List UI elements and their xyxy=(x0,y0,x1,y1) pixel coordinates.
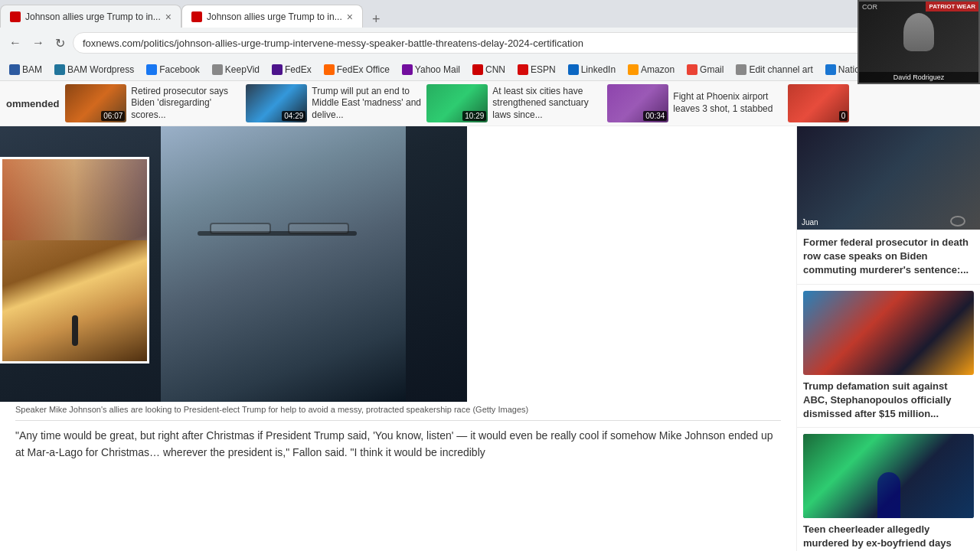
rec-item-2[interactable]: 04:29 Trump will put an end to Middle Ea… xyxy=(246,84,422,122)
right-sidebar: Juan Former federal prosecutor in death … xyxy=(796,126,980,551)
address-bar-row: ← → ↻ 🔒 xyxy=(0,28,980,58)
rec-duration-3: 10:29 xyxy=(462,111,486,121)
bm-keepvid-label: KeepVid xyxy=(225,64,260,75)
johnson-figure xyxy=(161,126,406,402)
sidebar-story-3[interactable]: Teen cheerleader allegedly murdered by e… xyxy=(797,428,980,551)
bm-facebook-label: Facebook xyxy=(159,64,200,75)
bookmark-gmail[interactable]: Gmail xyxy=(684,63,727,77)
rec-duration-1: 06:07 xyxy=(101,111,125,121)
sidebar-headline-1: Former federal prosecutor in death row c… xyxy=(803,236,974,278)
rec-duration-4: 00:34 xyxy=(643,111,667,121)
rec-item-5[interactable]: 0 xyxy=(788,84,956,122)
bm-wordpress-icon xyxy=(54,64,65,75)
article-wrapper: Speaker Mike Johnson's allies are lookin… xyxy=(0,126,980,551)
bookmark-linkedin[interactable]: LinkedIn xyxy=(565,63,619,77)
sidebar-thumb-3 xyxy=(803,434,974,518)
bm-edit-icon xyxy=(736,64,746,75)
sidebar-video-top[interactable]: Juan xyxy=(797,126,980,230)
tab-2-title: Johnson allies urge Trump to in... xyxy=(207,11,342,22)
back-button[interactable]: ← xyxy=(6,33,24,53)
rec-duration-2: 04:29 xyxy=(282,111,305,121)
rec-thumb-3: 10:29 xyxy=(426,84,488,122)
bm-amazon-label: Amazon xyxy=(641,64,675,75)
trump-inset xyxy=(0,157,149,364)
bm-espn-icon xyxy=(518,64,528,75)
sidebar-video-overlay: Juan xyxy=(797,126,980,230)
bm-gmail-icon xyxy=(687,64,697,75)
forward-button[interactable]: → xyxy=(29,33,47,53)
rec-item-4[interactable]: 00:34 Fight at Phoenix airport leaves 3 … xyxy=(607,84,783,122)
main-image-bg xyxy=(0,126,467,402)
rec-text-4: Fight at Phoenix airport leaves 3 shot, … xyxy=(673,91,783,115)
bm-linkedin-label: LinkedIn xyxy=(581,64,616,75)
bm-edit-label: Edit channel art xyxy=(749,64,812,75)
bookmark-fedex[interactable]: FedEx xyxy=(269,63,315,77)
tab-1-title: Johnson allies urge Trump to in... xyxy=(25,11,161,22)
bookmark-bam[interactable]: BAM xyxy=(6,63,45,77)
bookmark-yahoo[interactable]: Yahoo Mail xyxy=(399,63,463,77)
rec-item-1[interactable]: 06:07 Retired prosecutor says Biden 'dis… xyxy=(65,84,241,122)
rec-thumb-2: 04:29 xyxy=(246,84,307,122)
bookmark-cnn[interactable]: CNN xyxy=(469,63,508,77)
pip-person-name: David Rodriguez xyxy=(859,72,978,83)
tab-1-favicon xyxy=(10,11,21,22)
bookmark-facebook[interactable]: Facebook xyxy=(143,63,203,77)
bm-national-icon xyxy=(825,64,836,75)
bm-yahoo-label: Yahoo Mail xyxy=(415,64,460,75)
sidebar-headline-3: Teen cheerleader allegedly murdered by e… xyxy=(803,523,974,551)
bm-facebook-icon xyxy=(146,64,157,75)
tab-2-close[interactable]: × xyxy=(347,11,353,23)
recommended-label: ommended xyxy=(6,98,59,109)
bm-fedex-office-label: FedEx Office xyxy=(337,64,390,75)
article-caption: Speaker Mike Johnson's allies are lookin… xyxy=(15,405,781,414)
bm-bam-label: BAM xyxy=(22,64,42,75)
bookmark-wordpress[interactable]: BAM Wordpress xyxy=(51,63,137,77)
main-image-container xyxy=(0,126,467,402)
sidebar-story-2[interactable]: Trump defamation suit against ABC, Steph… xyxy=(797,285,980,429)
bookmark-keepvid[interactable]: KeepVid xyxy=(209,63,263,77)
bookmarks-bar: BAM BAM Wordpress Facebook KeepVid FedEx… xyxy=(0,58,980,81)
bm-espn-label: ESPN xyxy=(531,64,556,75)
sidebar-juan-label: Juan xyxy=(802,218,818,227)
main-area: ommended 06:07 Retired prosecutor says B… xyxy=(0,81,980,551)
recommended-items: 06:07 Retired prosecutor says Biden 'dis… xyxy=(65,84,956,122)
bm-fedex-icon xyxy=(272,64,283,75)
page-content: ommended 06:07 Retired prosecutor says B… xyxy=(0,81,980,551)
bm-amazon-icon xyxy=(628,64,639,75)
sidebar-story-1[interactable]: Former federal prosecutor in death row c… xyxy=(797,230,980,285)
rec-text-2: Trump will put an end to Middle East 'ma… xyxy=(312,86,422,122)
article-main: Speaker Mike Johnson's allies are lookin… xyxy=(0,126,796,551)
article-text-area: Speaker Mike Johnson's allies are lookin… xyxy=(0,405,796,461)
rec-thumb-1: 06:07 xyxy=(65,84,126,122)
rec-thumb-4: 00:34 xyxy=(607,84,668,122)
bm-gmail-label: Gmail xyxy=(700,64,724,75)
tab-1[interactable]: Johnson allies urge Trump to in... × xyxy=(0,5,181,28)
bookmark-amazon[interactable]: Amazon xyxy=(625,63,678,77)
tab-1-close[interactable]: × xyxy=(165,11,172,23)
bookmark-edit-channel[interactable]: Edit channel art xyxy=(733,63,815,77)
pip-video[interactable]: PATRIOT WEAR COR David Rodriguez xyxy=(858,0,980,84)
tab-bar: Johnson allies urge Trump to in... × Joh… xyxy=(0,0,980,28)
browser-chrome: Johnson allies urge Trump to in... × Joh… xyxy=(0,0,980,81)
bm-yahoo-icon xyxy=(402,64,413,75)
reload-button[interactable]: ↻ xyxy=(52,33,68,54)
tab-2[interactable]: Johnson allies urge Trump to in... × xyxy=(181,5,363,28)
rec-thumb-5: 0 xyxy=(788,84,849,122)
bm-cnn-label: CNN xyxy=(485,64,505,75)
rec-text-3: At least six cities have strengthened sa… xyxy=(492,86,603,122)
bm-linkedin-icon xyxy=(568,64,579,75)
pip-cor-label: COR xyxy=(859,2,880,12)
new-tab-button[interactable]: + xyxy=(366,11,387,28)
bm-wordpress-label: BAM Wordpress xyxy=(67,64,134,75)
rec-item-3[interactable]: 10:29 At least six cities have strengthe… xyxy=(426,84,603,122)
bookmark-fedex-office[interactable]: FedEx Office xyxy=(321,63,393,77)
pip-video-background: PATRIOT WEAR COR David Rodriguez xyxy=(859,2,978,83)
recommended-bar: ommended 06:07 Retired prosecutor says B… xyxy=(0,81,980,126)
rec-text-1: Retired prosecutor says Biden 'disregard… xyxy=(131,86,241,122)
address-input[interactable] xyxy=(73,32,951,54)
bm-cnn-icon xyxy=(472,64,483,75)
pip-brand-label: PATRIOT WEAR xyxy=(926,2,978,11)
bookmark-espn[interactable]: ESPN xyxy=(514,63,559,77)
sidebar-headline-2: Trump defamation suit against ABC, Steph… xyxy=(803,380,974,422)
article-body: "Any time would be great, but right afte… xyxy=(15,427,781,461)
